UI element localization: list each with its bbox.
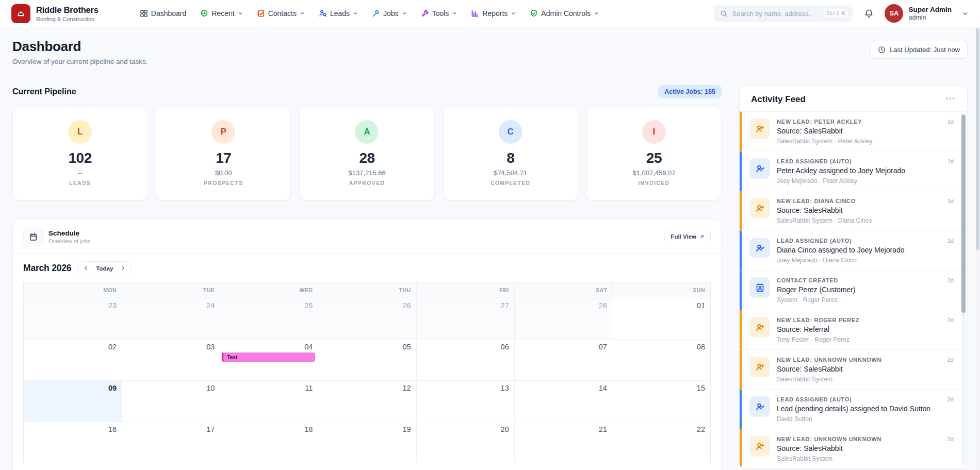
full-view-button[interactable]: Full View (664, 230, 711, 243)
schedule-card: Schedule Overview of jobs Full View Marc… (12, 220, 722, 470)
calendar-day-cell[interactable]: 01 (612, 298, 710, 339)
page-scrollbar[interactable] (975, 27, 980, 470)
company-logo[interactable] (11, 4, 30, 23)
right-column: Activity Feed ••• (739, 85, 968, 469)
calendar-day-cell[interactable]: 06 (416, 339, 514, 380)
user-menu[interactable]: SA Super Admin admin (885, 4, 969, 23)
activity-feed-item[interactable]: LEAD ASSIGNED (AUTO) 1d Diana Cinco assi… (740, 230, 967, 270)
calendar-day-cell[interactable]: 04 Test (220, 339, 318, 380)
calendar-day-cell[interactable]: 07 (514, 339, 612, 380)
calendar-day-cell[interactable]: 02 (24, 339, 122, 380)
activity-top-row: NEW LEAD: PETER ACKLEY 1d (777, 119, 954, 125)
day-number: 19 (402, 425, 411, 433)
today-button[interactable]: Today (93, 265, 116, 272)
feed-scrollbar[interactable] (961, 114, 966, 465)
activity-time: 2d (948, 396, 954, 402)
day-number: 07 (599, 343, 607, 351)
activity-feed-item[interactable]: NEW LEAD: UNKNOWN UNKNOWN 2d Source: Sal… (740, 349, 967, 389)
grid-icon (140, 9, 148, 18)
pipeline-card[interactable]: A 28 $137,215.66 APPROVED (299, 107, 434, 200)
next-month-button[interactable] (116, 261, 130, 275)
calendar-day-cell[interactable]: 13 (416, 380, 514, 422)
month-label: March 2026 (23, 263, 71, 274)
calendar-day-cell[interactable]: 26 (318, 298, 416, 339)
stage-letter-badge: P (211, 120, 235, 144)
calendar-day-cell[interactable]: 11 (220, 380, 318, 422)
activity-icon-box (749, 277, 770, 298)
nav-item-recent[interactable]: Recent (200, 9, 242, 18)
calendar-day-cell[interactable]: 28 (514, 298, 612, 339)
calendar-day-cell[interactable]: 17 (122, 422, 220, 463)
stage-value: $74,504.71 (444, 169, 578, 177)
activity-type: LEAD ASSIGNED (AUTO) (777, 396, 852, 402)
feed-scrollbar-thumb[interactable] (961, 114, 966, 313)
hard-hat-icon (16, 9, 26, 19)
calendar-event[interactable]: Test (222, 352, 315, 362)
nav-item-dashboard[interactable]: Dashboard (140, 9, 187, 18)
pipeline-card[interactable]: P 17 $0.00 PROSPECTS (156, 107, 291, 200)
day-header: SAT (514, 282, 612, 298)
user-role: admin (908, 14, 952, 21)
calendar-day-cell[interactable]: 18 (220, 422, 318, 463)
calendar-nav: Today (78, 261, 130, 275)
global-search[interactable]: Ctrl K (714, 5, 853, 22)
activity-feed-item[interactable]: LEAD ASSIGNED (AUTO) 2d Lead (pending de… (740, 389, 967, 429)
nav-item-admin-controls[interactable]: Admin Controls (530, 9, 599, 18)
active-jobs-badge: Active Jobs: 155 (658, 85, 722, 98)
calendar-day-cell[interactable]: 14 (514, 380, 612, 422)
calendar-day-cell[interactable]: 05 (318, 339, 416, 380)
activity-top-row: LEAD ASSIGNED (AUTO) 1d (777, 158, 954, 164)
schedule-title-block: Schedule Overview of jobs (48, 229, 90, 244)
activity-top-row: LEAD ASSIGNED (AUTO) 2d (777, 396, 954, 402)
activity-time: 2d (948, 317, 954, 323)
ellipsis-menu-icon[interactable]: ••• (945, 94, 956, 102)
pipeline-card[interactable]: C 8 $74,504.71 COMPLETED (443, 107, 578, 200)
main-content: Dashboard Overview of your current pipel… (0, 27, 980, 470)
notifications-bell-icon[interactable] (864, 9, 874, 19)
lead-search-icon (319, 9, 327, 18)
calendar-day-cell[interactable]: 03 (122, 339, 220, 380)
nav-item-contacts[interactable]: Contacts (257, 9, 305, 18)
calendar-day-cell[interactable]: 10 (122, 380, 220, 422)
search-input[interactable] (732, 10, 822, 18)
nav-item-leads[interactable]: Leads (319, 9, 358, 18)
activity-text: Lead (pending details) assigned to David… (777, 405, 954, 413)
calendar-day-cell[interactable]: 12 (318, 380, 416, 422)
stage-label: COMPLETED (444, 180, 578, 186)
calendar-day-cell[interactable]: 20 (416, 422, 514, 463)
activity-feed-item[interactable]: NEW LEAD: PETER ACKLEY 1d Source: SalesR… (740, 111, 967, 151)
calendar-day-cell[interactable]: 23 (24, 298, 122, 339)
pipeline-card[interactable]: I 25 $1,007,459.07 INVOICED (586, 107, 722, 200)
pipeline-card[interactable]: L 102 -- LEADS (12, 107, 148, 200)
stage-label: APPROVED (300, 180, 434, 186)
calendar-day-cell[interactable]: 21 (514, 422, 612, 463)
activity-feed-item[interactable]: NEW LEAD: UNKNOWN UNKNOWN 2d Source: Sal… (740, 429, 967, 468)
activity-feed-item[interactable]: LEAD ASSIGNED (AUTO) 1d Peter Ackley ass… (740, 151, 967, 191)
nav-item-tools[interactable]: Tools (421, 9, 458, 18)
activity-feed-item[interactable]: NEW LEAD: ROGER PEREZ 2d Source: Referra… (740, 310, 967, 349)
contacts-book-icon (257, 9, 265, 18)
nav-item-reports[interactable]: Reports (471, 9, 516, 18)
activity-feed-list: NEW LEAD: PETER ACKLEY 1d Source: SalesR… (740, 111, 967, 468)
calendar-day-cell[interactable]: 19 (318, 422, 416, 463)
calendar-day-cell[interactable]: 15 (612, 380, 710, 422)
calendar-day-cell[interactable]: 16 (24, 422, 122, 463)
day-number: 21 (599, 425, 607, 433)
calendar-day-cell[interactable]: 09 (24, 380, 122, 422)
pipeline-cards: L 102 -- LEADS P 17 $0.00 PROSPECTS A (12, 107, 722, 200)
activity-feed-item[interactable]: NEW LEAD: DIANA CINCO 1d Source: SalesRa… (740, 191, 967, 230)
calendar-day-cell[interactable]: 25 (220, 298, 318, 339)
nav-item-jobs[interactable]: Jobs (372, 9, 407, 18)
day-number: 17 (206, 425, 215, 433)
last-updated-button[interactable]: Last Updated: Just now (870, 41, 968, 59)
activity-top-row: CONTACT CREATED 2d (777, 277, 954, 283)
page-scrollbar-thumb[interactable] (976, 28, 979, 250)
activity-feed-item[interactable]: CONTACT CREATED 2d Roger Perez (Customer… (740, 270, 967, 310)
calendar-day-cell[interactable]: 27 (416, 298, 514, 339)
page-header: Dashboard Overview of your current pipel… (12, 39, 968, 65)
activity-top-row: LEAD ASSIGNED (AUTO) 1d (777, 238, 954, 244)
calendar-day-cell[interactable]: 08 (612, 339, 710, 380)
calendar-day-cell[interactable]: 24 (122, 298, 220, 339)
calendar-day-cell[interactable]: 22 (612, 422, 710, 463)
prev-month-button[interactable] (79, 261, 93, 275)
